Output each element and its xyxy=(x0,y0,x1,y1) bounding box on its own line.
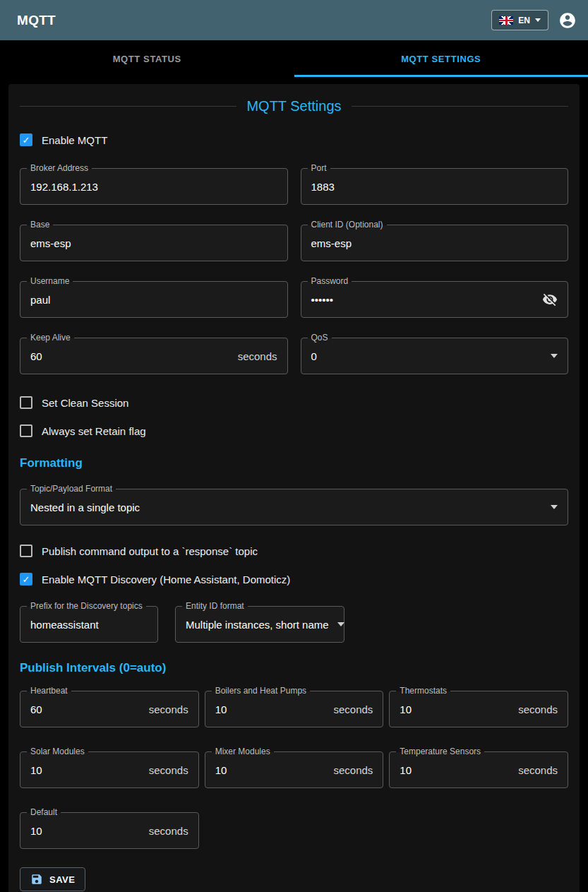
heartbeat-field[interactable]: Heartbeat 60 seconds xyxy=(20,691,199,727)
page-title-divider: MQTT Settings xyxy=(20,98,568,114)
temperature-sensors-field[interactable]: Temperature Sensors 10 seconds xyxy=(389,751,568,788)
solar-modules-field[interactable]: Solar Modules 10 seconds xyxy=(20,751,199,788)
toggle-password-visibility-button[interactable] xyxy=(542,292,558,307)
discovery-prefix-value: homeassistant xyxy=(30,619,99,631)
checkbox-icon[interactable] xyxy=(20,545,32,557)
base-value: ems-esp xyxy=(30,237,71,249)
account-button[interactable] xyxy=(558,11,577,30)
broker-address-value: 192.168.1.213 xyxy=(30,181,98,193)
enable-mqtt-label: Enable MQTT xyxy=(42,134,107,146)
keep-alive-label: Keep Alive xyxy=(27,333,74,343)
visibility-off-icon xyxy=(542,292,558,307)
clean-session-checkbox-row[interactable]: Set Clean Session xyxy=(20,394,568,411)
discovery-options-row: Prefix for the Discovery topics homeassi… xyxy=(20,606,568,643)
keep-alive-field[interactable]: Keep Alive 60 seconds xyxy=(20,338,288,374)
base-label: Base xyxy=(27,220,53,230)
discovery-prefix-field[interactable]: Prefix for the Discovery topics homeassi… xyxy=(20,606,158,643)
password-field[interactable]: Password •••••• xyxy=(301,281,569,318)
default-interval-field[interactable]: Default 10 seconds xyxy=(20,812,199,849)
dropdown-arrow-icon xyxy=(551,354,558,358)
formatting-heading: Formatting xyxy=(20,456,568,470)
appbar: MQTT EN xyxy=(0,0,588,40)
entity-id-format-select[interactable]: Entity ID format Multiple instances, sho… xyxy=(175,606,344,643)
thermostats-field[interactable]: Thermostats 10 seconds xyxy=(389,691,568,727)
client-id-value: ems-esp xyxy=(311,237,352,249)
tab-mqtt-status[interactable]: MQTT STATUS xyxy=(0,40,294,77)
thermostats-label: Thermostats xyxy=(396,686,450,696)
mixer-modules-field[interactable]: Mixer Modules 10 seconds xyxy=(205,751,384,788)
checkbox-icon[interactable] xyxy=(20,133,32,146)
tab-bar: MQTT STATUS MQTT SETTINGS xyxy=(0,40,588,77)
username-value: paul xyxy=(30,294,50,306)
tab-mqtt-settings[interactable]: MQTT SETTINGS xyxy=(294,40,588,77)
language-button[interactable]: EN xyxy=(491,10,548,30)
heartbeat-value: 60 xyxy=(30,703,42,715)
password-label: Password xyxy=(308,276,352,286)
chevron-down-icon xyxy=(535,18,541,22)
enable-mqtt-checkbox-row[interactable]: Enable MQTT xyxy=(20,131,568,148)
default-interval-value: 10 xyxy=(30,825,42,837)
save-icon xyxy=(30,873,43,886)
checkbox-icon[interactable] xyxy=(20,573,32,585)
client-id-field[interactable]: Client ID (Optional) ems-esp xyxy=(301,225,569,261)
discovery-prefix-label: Prefix for the Discovery topics xyxy=(27,601,146,611)
retain-flag-checkbox-row[interactable]: Always set Retain flag xyxy=(20,422,568,439)
port-field[interactable]: Port 1883 xyxy=(301,168,569,205)
qos-select[interactable]: QoS 0 xyxy=(301,338,569,374)
publish-intervals-grid: Heartbeat 60 seconds Boilers and Heat Pu… xyxy=(20,691,568,849)
default-interval-label: Default xyxy=(27,807,61,817)
heartbeat-label: Heartbeat xyxy=(27,686,71,696)
boilers-heat-pumps-value: 10 xyxy=(215,703,227,715)
language-label: EN xyxy=(518,16,530,25)
boilers-heat-pumps-field[interactable]: Boilers and Heat Pumps 10 seconds xyxy=(205,691,384,727)
retain-flag-label: Always set Retain flag xyxy=(42,425,146,437)
clean-session-label: Set Clean Session xyxy=(42,397,128,409)
topic-payload-format-label: Topic/Payload Format xyxy=(27,484,116,494)
solar-modules-value: 10 xyxy=(30,764,42,776)
password-value: •••••• xyxy=(311,294,334,306)
mqtt-discovery-checkbox-row[interactable]: Enable MQTT Discovery (Home Assistant, D… xyxy=(20,571,568,588)
checkbox-icon[interactable] xyxy=(20,424,32,437)
dropdown-arrow-icon xyxy=(551,505,558,509)
keep-alive-suffix: seconds xyxy=(238,350,277,362)
account-icon xyxy=(558,11,577,30)
username-field[interactable]: Username paul xyxy=(20,281,288,318)
save-button[interactable]: SAVE xyxy=(20,867,85,891)
username-label: Username xyxy=(27,276,73,286)
qos-value: 0 xyxy=(311,350,317,362)
thermostats-value: 10 xyxy=(400,703,412,715)
entity-id-format-value: Multiple instances, short name xyxy=(186,619,329,631)
app-title: MQTT xyxy=(17,13,56,28)
connection-form: Broker Address 192.168.1.213 Port 1883 B… xyxy=(20,168,568,374)
port-value: 1883 xyxy=(311,181,335,193)
keep-alive-value: 60 xyxy=(30,350,42,362)
port-label: Port xyxy=(308,163,330,173)
solar-modules-label: Solar Modules xyxy=(27,747,88,756)
settings-card: MQTT Settings Enable MQTT Broker Address… xyxy=(8,84,580,892)
publish-response-label: Publish command output to a `response` t… xyxy=(42,545,258,557)
broker-address-label: Broker Address xyxy=(27,163,92,173)
qos-label: QoS xyxy=(308,333,332,343)
mixer-modules-label: Mixer Modules xyxy=(212,747,274,756)
topic-payload-format-select[interactable]: Topic/Payload Format Nested in a single … xyxy=(20,489,568,525)
save-button-label: SAVE xyxy=(49,874,75,885)
page-title: MQTT Settings xyxy=(246,98,341,114)
checkbox-icon[interactable] xyxy=(20,396,32,409)
base-field[interactable]: Base ems-esp xyxy=(20,225,288,261)
uk-flag-icon xyxy=(499,16,513,25)
dropdown-arrow-icon xyxy=(337,622,344,626)
publish-response-checkbox-row[interactable]: Publish command output to a `response` t… xyxy=(20,542,568,559)
mixer-modules-value: 10 xyxy=(215,764,227,776)
mqtt-discovery-label: Enable MQTT Discovery (Home Assistant, D… xyxy=(42,573,290,585)
broker-address-field[interactable]: Broker Address 192.168.1.213 xyxy=(20,168,288,205)
temperature-sensors-label: Temperature Sensors xyxy=(396,747,484,756)
client-id-label: Client ID (Optional) xyxy=(308,220,387,230)
publish-intervals-heading: Publish Intervals (0=auto) xyxy=(20,661,568,675)
boilers-heat-pumps-label: Boilers and Heat Pumps xyxy=(212,686,310,696)
entity-id-format-label: Entity ID format xyxy=(182,601,248,611)
temperature-sensors-value: 10 xyxy=(400,764,412,776)
topic-payload-format-value: Nested in a single topic xyxy=(30,501,140,513)
